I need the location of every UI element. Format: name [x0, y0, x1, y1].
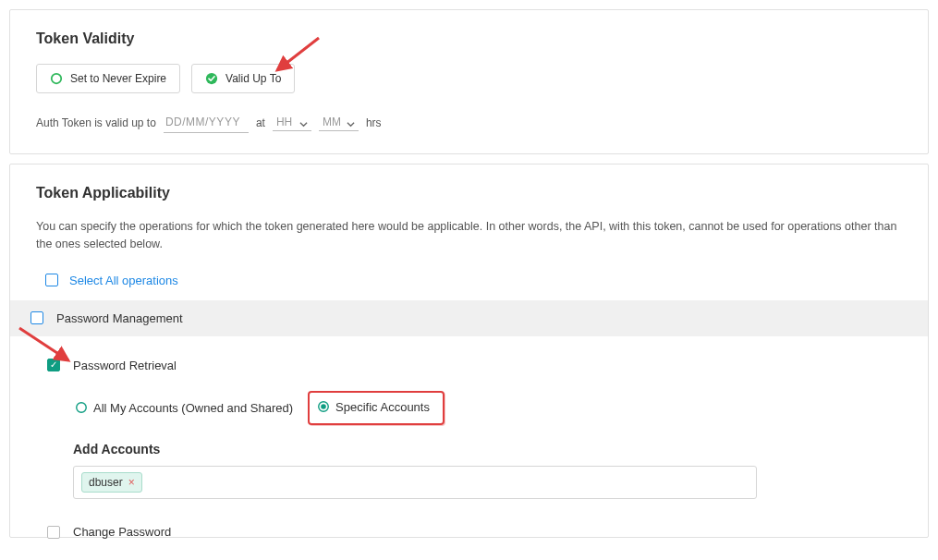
accounts-radio-row: All My Accounts (Owned and Shared) Speci… — [10, 391, 928, 426]
radio-unchecked-icon — [75, 401, 88, 414]
hh-label: HH — [276, 116, 292, 128]
applicability-description: You can specify the operations for which… — [36, 218, 902, 253]
change-password-label: Change Password — [73, 525, 171, 539]
specific-accounts-radio[interactable]: Specific Accounts — [317, 400, 430, 414]
operations-container: Password Management ✓ Password Retrieval… — [10, 300, 928, 548]
all-my-accounts-radio[interactable]: All My Accounts (Owned and Shared) — [73, 397, 295, 419]
add-accounts-block: Add Accounts dbuser × — [10, 442, 928, 499]
minute-select[interactable]: MM — [319, 114, 359, 131]
at-label: at — [256, 116, 265, 129]
token-validity-panel: Token Validity Set to Never Expire Valid… — [9, 9, 929, 154]
validity-title: Token Validity — [36, 30, 902, 47]
date-input[interactable] — [164, 112, 249, 133]
remove-tag-icon[interactable]: × — [128, 477, 135, 488]
select-all-link[interactable]: Select All operations — [69, 274, 178, 287]
change-password-row: Change Password — [10, 499, 928, 547]
account-tag-chip: dbuser × — [81, 472, 142, 493]
svg-point-4 — [321, 404, 326, 409]
add-accounts-title: Add Accounts — [73, 442, 928, 457]
select-all-checkbox[interactable] — [45, 274, 58, 286]
validity-line-prefix: Auth Token is valid up to — [36, 116, 156, 129]
radio-checked-icon — [317, 400, 330, 413]
account-tag-label: dbuser — [89, 476, 123, 489]
all-my-accounts-label: All My Accounts (Owned and Shared) — [93, 401, 293, 415]
hrs-label: hrs — [366, 116, 382, 129]
circle-outline-icon — [50, 72, 63, 85]
password-management-header[interactable]: Password Management — [10, 300, 928, 336]
select-all-row: Select All operations — [36, 268, 902, 300]
password-retrieval-label: Password Retrieval — [73, 359, 177, 372]
password-retrieval-checkbox[interactable]: ✓ — [47, 359, 60, 371]
svg-point-0 — [52, 74, 62, 84]
validity-inputs-row: Auth Token is valid up to at HH MM hrs — [36, 112, 902, 133]
validity-options: Set to Never Expire Valid Up To — [36, 64, 902, 93]
token-applicability-panel: Token Applicability You can specify the … — [9, 164, 929, 538]
chevron-down-icon — [347, 118, 355, 127]
applicability-title: Token Applicability — [36, 185, 902, 201]
valid-up-to-button[interactable]: Valid Up To — [191, 64, 295, 93]
hour-select[interactable]: HH — [273, 114, 311, 131]
change-password-checkbox[interactable] — [47, 526, 60, 539]
accounts-tag-input[interactable]: dbuser × — [73, 466, 757, 499]
check-icon: ✓ — [50, 360, 57, 370]
svg-point-2 — [77, 403, 87, 413]
specific-accounts-label: Specific Accounts — [335, 400, 430, 414]
never-expire-button[interactable]: Set to Never Expire — [36, 64, 180, 93]
never-expire-label: Set to Never Expire — [70, 72, 166, 85]
svg-point-1 — [206, 73, 217, 84]
mm-label: MM — [323, 116, 341, 128]
check-circle-icon — [205, 72, 218, 85]
password-retrieval-row: ✓ Password Retrieval — [10, 336, 928, 385]
password-management-checkbox[interactable] — [30, 311, 43, 324]
specific-accounts-highlight: Specific Accounts — [308, 391, 445, 426]
password-management-label: Password Management — [56, 311, 183, 325]
valid-up-to-label: Valid Up To — [225, 72, 281, 85]
chevron-down-icon — [299, 118, 308, 127]
